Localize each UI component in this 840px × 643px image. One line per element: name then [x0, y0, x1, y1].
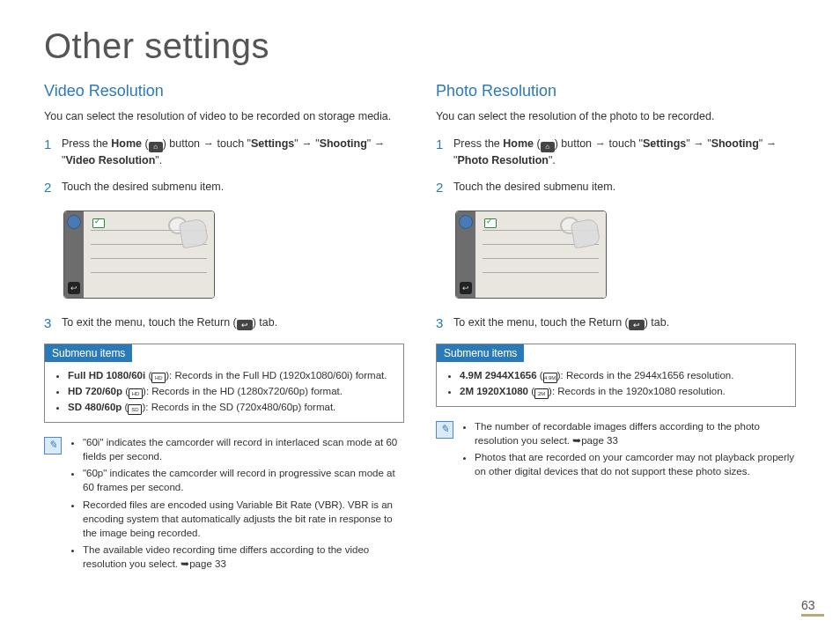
video-step-1: 1 Press the Home () button → touch "Sett… — [44, 136, 404, 168]
text: ". — [155, 154, 162, 166]
submenu-header: Submenu items — [437, 344, 524, 362]
touch-hand-icon — [168, 215, 207, 248]
note-item: "60i" indicates the camcorder will recor… — [83, 435, 404, 463]
check-icon — [92, 218, 105, 228]
video-step-2: 2 Touch the desired submenu item. — [44, 179, 404, 197]
text: ) tab. — [645, 316, 670, 329]
step-text: Touch the desired submenu item. — [62, 179, 404, 195]
video-notes: ✎ "60i" indicates the camcorder will rec… — [44, 435, 404, 573]
page-number: 63 — [801, 598, 824, 617]
item-name: 4.9M 2944X1656 — [460, 370, 537, 381]
text: To exit the menu, touch the Return ( — [453, 316, 629, 329]
photo-submenu-screenshot: ↩ — [455, 211, 607, 299]
submenu-item: HD 720/60p (HD): Records in the HD (1280… — [68, 385, 393, 399]
globe-icon — [67, 215, 81, 229]
step-number: 3 — [44, 314, 62, 333]
note-item: The number of recordable images differs … — [475, 419, 796, 447]
text: To exit the menu, touch the Return ( — [62, 316, 237, 329]
photo-intro: You can select the resolution of the pho… — [436, 109, 796, 125]
sd-icon: SD — [128, 404, 142, 415]
home-label: Home — [111, 137, 142, 150]
home-label: Home — [503, 137, 534, 150]
2m-icon: 2M — [534, 388, 549, 399]
back-icon: ↩ — [68, 282, 80, 294]
settings-label: Settings — [643, 137, 686, 150]
text: ) tab. — [253, 316, 278, 329]
photo-step-1: 1 Press the Home () button → touch "Sett… — [436, 136, 796, 168]
target-label: Photo Resolution — [457, 154, 548, 166]
page-title: Other settings — [44, 26, 796, 66]
item-desc: Records in the 2944x1656 resolution. — [566, 370, 734, 381]
back-icon: ↩ — [460, 282, 472, 294]
page-number-bar — [801, 614, 824, 617]
photo-step-2: 2 Touch the desired submenu item. — [436, 179, 796, 197]
photo-resolution-heading: Photo Resolution — [436, 82, 796, 100]
note-icon: ✎ — [436, 421, 453, 439]
right-column: Photo Resolution You can select the reso… — [436, 82, 796, 573]
item-name: 2M 1920X1080 — [460, 386, 528, 396]
settings-label: Settings — [251, 137, 294, 150]
submenu-header: Submenu items — [45, 344, 132, 362]
target-label: Video Resolution — [65, 154, 155, 166]
submenu-item: 4.9M 2944X1656 (4.9M): Records in the 29… — [460, 369, 785, 383]
note-icon: ✎ — [44, 437, 62, 455]
shooting-label: Shooting — [320, 137, 367, 150]
step-number: 2 — [44, 178, 62, 197]
text: button → touch " — [166, 137, 251, 150]
check-icon — [484, 218, 497, 228]
text: " → " — [686, 137, 711, 150]
page-number-text: 63 — [801, 598, 815, 612]
video-step-3: 3 To exit the menu, touch the Return () … — [44, 314, 404, 333]
video-intro: You can select the resolution of video t… — [44, 109, 404, 125]
text: " → " — [294, 137, 319, 150]
item-desc: Records in the 1920x1080 resolution. — [557, 386, 726, 396]
submenu-item: Full HD 1080/60i (HD): Records in the Fu… — [68, 369, 393, 383]
note-item: Recorded files are encoded using Variabl… — [83, 498, 404, 540]
step-number: 3 — [436, 314, 453, 333]
video-resolution-heading: Video Resolution — [44, 82, 404, 100]
photo-step-3: 3 To exit the menu, touch the Return () … — [436, 314, 796, 333]
text: ". — [549, 154, 556, 166]
text: Press the — [453, 137, 503, 150]
left-column: Video Resolution You can select the reso… — [44, 82, 404, 573]
fullhd-icon: HD — [151, 373, 166, 383]
home-icon — [149, 142, 163, 152]
note-item: The available video recording time diffe… — [83, 543, 404, 571]
item-name: HD 720/60p — [68, 386, 122, 396]
item-name: Full HD 1080/60i — [68, 370, 145, 381]
step-number: 2 — [436, 178, 453, 197]
globe-icon — [459, 215, 473, 229]
text: button → touch " — [558, 137, 643, 150]
submenu-item: 2M 1920X1080 (2M): Records in the 1920x1… — [460, 385, 785, 399]
note-item: "60p" indicates the camcorder will recor… — [83, 466, 404, 494]
step-number: 1 — [44, 135, 62, 154]
hd-icon: HD — [129, 388, 143, 399]
text: Press the — [62, 137, 111, 150]
video-submenu-screenshot: ↩ — [63, 211, 215, 299]
photo-submenu-box: Submenu items 4.9M 2944X1656 (4.9M): Rec… — [436, 344, 796, 407]
item-desc: Records in the Full HD (1920x1080/60i) f… — [174, 370, 387, 381]
photo-notes: ✎ The number of recordable images differ… — [436, 419, 796, 481]
return-icon — [629, 320, 645, 330]
item-desc: Records in the SD (720x480/60p) format. — [151, 402, 336, 412]
step-number: 1 — [436, 135, 453, 154]
shooting-label: Shooting — [711, 137, 759, 150]
submenu-item: SD 480/60p (SD): Records in the SD (720x… — [68, 401, 393, 415]
return-icon — [237, 320, 253, 330]
home-icon — [541, 142, 555, 152]
item-desc: Records in the HD (1280x720/60p) format. — [151, 386, 343, 396]
step-text: Touch the desired submenu item. — [453, 179, 796, 195]
video-submenu-box: Submenu items Full HD 1080/60i (HD): Rec… — [44, 344, 404, 423]
note-item: Photos that are recorded on your camcord… — [475, 450, 796, 478]
4-9m-icon: 4.9M — [543, 373, 557, 383]
touch-hand-icon — [560, 215, 599, 248]
item-name: SD 480/60p — [68, 402, 122, 412]
